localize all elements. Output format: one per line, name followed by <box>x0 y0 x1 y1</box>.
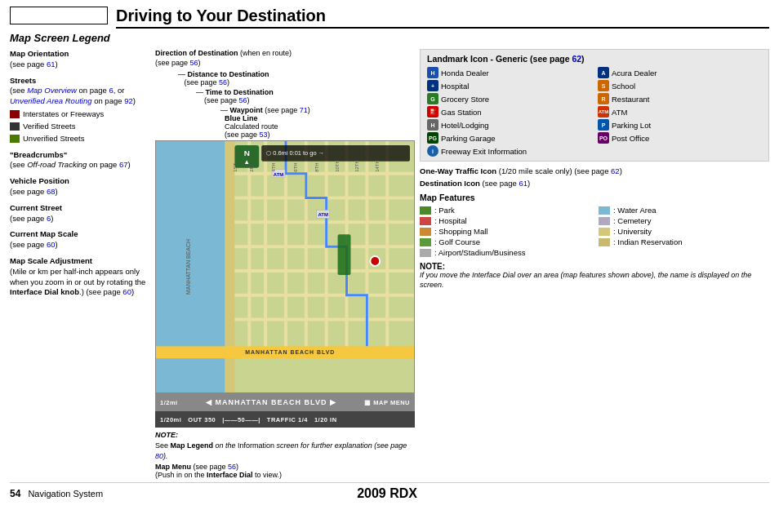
page-title: Driving to Your Destination <box>116 7 769 29</box>
time-label: — Time to Destination (see page 56) <box>196 88 274 104</box>
map-scale-adj-label: Map Scale Adjustment <box>10 256 92 265</box>
bottom-note-section: NOTE: See Map Legend on the Information … <box>155 430 415 461</box>
streets-block: Streets (see Map Overview on page 6, or … <box>10 76 150 144</box>
landmark-title: Landmark Icon - Generic (see page 62) <box>427 54 762 64</box>
road-name: ◀ MANHATTAN BEACH BLVD ▶ <box>206 398 336 406</box>
above-map-row: Direction of Destination (when en route)… <box>155 49 415 68</box>
hospital-icon: + <box>427 80 438 91</box>
verified-color <box>10 122 20 131</box>
landmark-hotel: H Hotel/Lodging <box>427 119 591 131</box>
direction-annot: Direction of Destination (when en route)… <box>155 49 292 68</box>
svg-text:4TH: 4TH <box>271 163 276 172</box>
landmark-parking: P Parking Lot <box>598 119 762 131</box>
indian-color <box>599 238 610 246</box>
freeway-label: Interstates or Freeways <box>23 109 104 120</box>
cemetery-label: : Cemetery <box>613 216 651 225</box>
svg-point-29 <box>370 256 380 266</box>
landmark-atm: ATM ATM <box>598 106 762 117</box>
in-label: 1/20 IN <box>314 416 337 423</box>
svg-text:ATM: ATM <box>318 213 327 218</box>
note-text: If you move the Interface Dial over an a… <box>420 271 769 290</box>
footer-center: 2009 RDX <box>357 486 417 501</box>
feature-water: : Water Area <box>599 206 769 215</box>
svg-text:12TH: 12TH <box>354 161 359 173</box>
svg-text:2ND: 2ND <box>249 162 254 173</box>
landmark-label: Landmark Icon - Generic <box>427 54 527 64</box>
unverified-label: Unverified Streets <box>23 134 85 144</box>
map-menu-annot: Map Menu (see page 56) (Push in on the I… <box>155 463 415 479</box>
breadcrumbs-label: "Breadcrumbs" <box>10 150 67 159</box>
note-title: NOTE: <box>420 262 769 271</box>
feature-park: : Park <box>420 206 590 215</box>
scale-left: 1/2mi <box>160 399 178 406</box>
landmark-grocery: G Grocery Store <box>427 93 591 104</box>
direction-suffix: (when en route) <box>240 49 292 57</box>
water-color <box>599 206 610 215</box>
restaurant-icon: R <box>598 93 609 104</box>
header-box <box>10 7 108 24</box>
post-icon: PO <box>598 132 609 144</box>
scale-bar-inner: |——50——| <box>222 416 260 423</box>
map-orientation-label: Map Orientation <box>10 49 69 58</box>
hotel-label: Hotel/Lodging <box>441 121 489 130</box>
top-bar: Driving to Your Destination <box>10 7 769 29</box>
distance-label: — Distance to Destination (see page 56) <box>178 70 269 86</box>
landmark-panel: Landmark Icon - Generic (see page 62) H … <box>420 49 769 162</box>
hospital-color <box>420 217 431 225</box>
street-legend: Interstates or Freeways Verified Streets… <box>10 109 150 144</box>
map-features-title: Map Features <box>420 193 769 202</box>
vehicle-position-label: Vehicle Position <box>10 176 69 185</box>
map-menu-label: Map Menu <box>155 463 191 471</box>
direction-label: Direction of Destination <box>155 49 238 57</box>
vehicle-position-block: Vehicle Position (see page 68) <box>10 176 150 197</box>
landmark-restaurant: R Restaurant <box>598 93 762 104</box>
golf-label: : Golf Course <box>434 237 480 246</box>
breadcrumbs-ref: (see Off-road Tracking on page 67) <box>10 160 131 169</box>
garage-icon: PG <box>427 132 438 144</box>
landmark-acura: A Acura Dealer <box>598 67 762 78</box>
airport-color <box>420 249 431 257</box>
annot-row3: — Time to Destination (see page 56) <box>196 88 415 104</box>
atm-label: ATM <box>612 108 627 117</box>
one-way-label: One-Way Traffic Icon <box>420 166 496 175</box>
landmark-honda: H Honda Dealer <box>427 67 591 78</box>
feature-hospital: : Hospital <box>420 216 590 225</box>
page-footer: 54 Navigation System 2009 RDX <box>10 482 769 501</box>
gas-label: Gas Station <box>441 108 482 117</box>
map-features-panel: Map Features : Park : Water Area : Hospi… <box>420 193 769 257</box>
landmark-garage: PG Parking Garage <box>427 132 591 144</box>
note-label: NOTE: <box>155 431 178 439</box>
freeway-info-icon: i <box>427 145 438 157</box>
feature-cemetery: : Cemetery <box>599 216 769 225</box>
svg-text:14TH: 14TH <box>375 161 380 173</box>
current-street-block: Current Street (see page 6) <box>10 203 150 224</box>
map-orientation-block: Map Orientation (see page 61) <box>10 49 150 70</box>
destination-icon-annot: Destination Icon (see page 61) <box>420 179 769 188</box>
park-color <box>420 206 431 215</box>
center-column: Direction of Destination (when en route)… <box>155 49 415 479</box>
map-bar1: 1/2mi ◀ MANHATTAN BEACH BLVD ▶ ▦ MAP MEN… <box>155 393 415 411</box>
svg-text:MANHATTAN BEACH BLVD: MANHATTAN BEACH BLVD <box>245 350 335 356</box>
breadcrumbs-block: "Breadcrumbs" (see Off-road Tracking on … <box>10 150 150 171</box>
page-num: 54 <box>10 488 20 499</box>
destination-icon-label: Destination Icon <box>420 179 480 188</box>
section-title: Map Screen Legend <box>10 32 769 44</box>
map-menu-text: (Push in on the Interface Dial to view.) <box>155 471 282 479</box>
school-label: School <box>612 82 635 91</box>
map-image: MANHATTAN BEACH BLVD N ▲ ⬡ 0.6mi 0:01 to… <box>155 140 415 393</box>
acura-label: Acura Dealer <box>612 69 657 78</box>
current-map-scale-label: Current Map Scale <box>10 229 78 238</box>
traffic-label: TRAFFIC 1/4 <box>267 416 308 423</box>
landmark-school: S School <box>598 80 762 91</box>
garage-label: Parking Garage <box>441 134 496 143</box>
map-menu-btn: ▦ MAP MENU <box>364 399 410 406</box>
honda-icon: H <box>427 67 438 78</box>
parking-icon: P <box>598 119 609 131</box>
hotel-icon: H <box>427 119 438 131</box>
current-street-ref: (see page 6) <box>10 214 53 223</box>
svg-text:MANHATTAN BEACH: MANHATTAN BEACH <box>185 239 191 295</box>
svg-text:10TH: 10TH <box>335 161 340 173</box>
svg-rect-30 <box>338 235 351 276</box>
feature-airport: : Airport/Stadium/Business <box>420 248 769 257</box>
school-icon: S <box>598 80 609 91</box>
